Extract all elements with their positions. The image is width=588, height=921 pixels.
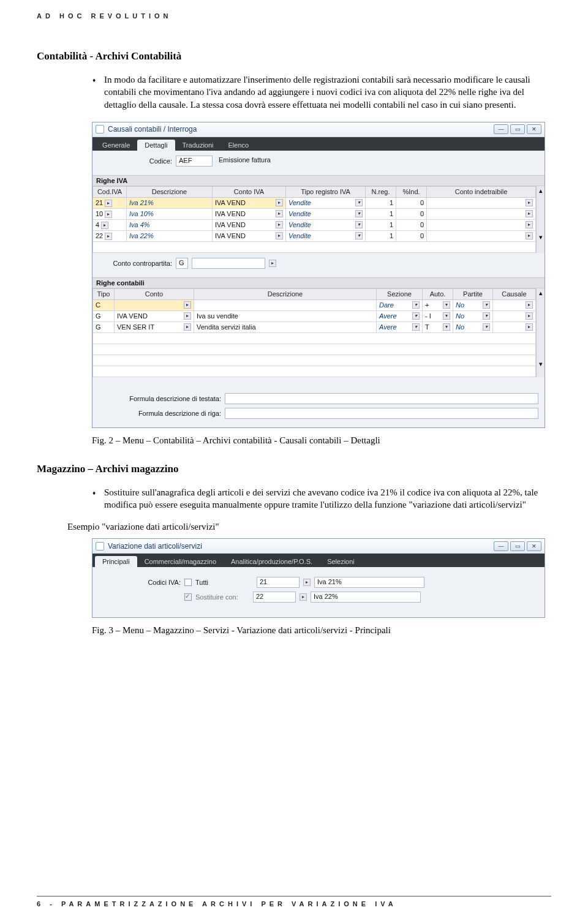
page-footer: 6 - PARAMETRIZZAZIONE ARCHIVI PER VARIAZ… (37, 896, 551, 908)
label-contropartita: Conto contropartita: (99, 260, 172, 267)
col-codiva[interactable]: Cod.IVA (93, 186, 127, 197)
input-codice[interactable]: AEF (176, 156, 213, 167)
tab-elenco[interactable]: Elenco (221, 140, 257, 151)
bullet-contabilita: ⬧ In modo da facilitare e automatizzare … (92, 73, 545, 111)
tab-commerciali[interactable]: Commerciali/magazzino (137, 556, 224, 567)
tab-analitica[interactable]: Analitica/produzione/P.O.S. (224, 556, 320, 567)
bullet-text-magazzino: Sostituire sull'anagrafica degli articol… (104, 486, 545, 511)
input-formula-riga[interactable] (225, 408, 538, 419)
col-tipo[interactable]: Tipo (93, 288, 115, 299)
scrollbar-iva[interactable]: ▴ ▾ (536, 186, 545, 253)
col-cdescrizione[interactable]: Descrizione (194, 288, 377, 299)
iva-row[interactable]: 21 ▸Iva 21%IVA VEND ▸Vendite ▾10 ▸ (93, 197, 536, 208)
label-tutti: Tutti (195, 579, 225, 586)
window-title-variazione: Variazione dati articoli/servizi (108, 542, 202, 551)
col-descrizione[interactable]: Descrizione (127, 186, 213, 197)
close-button[interactable]: ✕ (527, 124, 541, 134)
col-contoind[interactable]: Conto indetraibile (427, 186, 536, 197)
window-title: Causali contabili / Interroga (108, 125, 197, 133)
lookup-codice-iva-to-icon[interactable]: ▸ (300, 593, 307, 601)
input-contropartita-tipo[interactable]: G (176, 258, 188, 269)
col-contoiva[interactable]: Conto IVA (213, 186, 286, 197)
section-title-contabilita: Contabilità - Archivi Contabilità (37, 50, 551, 62)
col-conto[interactable]: Conto (115, 288, 194, 299)
label-sostituire: Sostituire con: (195, 593, 249, 601)
page-header: AD HOC REVOLUTION (37, 12, 551, 20)
titlebar: Causali contabili / Interroga — ▭ ✕ (92, 122, 545, 137)
bullet-diamond-icon: ⬧ (92, 73, 104, 111)
col-partite[interactable]: Partite (453, 288, 493, 299)
lookup-contropartita-icon[interactable]: ▸ (269, 260, 276, 267)
col-nreg[interactable]: N.reg. (366, 186, 396, 197)
tab-strip: Generale Dettagli Traduzioni Elenco (92, 137, 545, 151)
tab-strip-variazione: Principali Commerciali/magazzino Analiti… (92, 554, 545, 567)
figure-caption-2: Fig. 2 – Menu – Contabilità – Archivi co… (92, 435, 551, 446)
minimize-button[interactable]: — (494, 124, 508, 134)
input-codice-iva-to-desc: Iva 22% (311, 592, 421, 603)
cont-row[interactable]: GVEN SER IT ▸Vendita servizi italiaAvere… (93, 321, 536, 333)
tab-selezioni[interactable]: Selezioni (320, 556, 362, 567)
input-codice-iva-to[interactable]: 22 (253, 592, 296, 603)
bullet-text-contabilita: In modo da facilitare e automatizzare l'… (104, 73, 545, 111)
scrollbar-contabili[interactable]: ▴ ▾ (536, 288, 545, 377)
dialog-causali-contabili: Causali contabili / Interroga — ▭ ✕ Gene… (92, 122, 545, 428)
titlebar-variazione: Variazione dati articoli/servizi — ▭ ✕ (92, 539, 545, 554)
col-sezione[interactable]: Sezione (377, 288, 423, 299)
tab-dettagli[interactable]: Dettagli (137, 140, 175, 151)
label-codice: Codice: (141, 157, 172, 165)
figure-caption-3: Fig. 3 – Menu – Magazzino – Servizi - Va… (92, 625, 551, 636)
cont-row[interactable]: C ▸Dare ▾+ ▾No ▾ ▸ (93, 299, 536, 310)
bullet-magazzino: ⬧ Sostituire sull'anagrafica degli artic… (92, 486, 545, 511)
tab-traduzioni[interactable]: Traduzioni (175, 140, 221, 151)
cont-row[interactable]: GIVA VEND ▸Iva su venditeAvere ▾- I ▾No … (93, 310, 536, 321)
iva-row[interactable]: 22 ▸Iva 22%IVA VEND ▸Vendite ▾10 ▸ (93, 230, 536, 241)
section-title-magazzino: Magazzino – Archivi magazzino (37, 463, 551, 475)
lookup-codice-iva-from-icon[interactable]: ▸ (303, 579, 311, 586)
iva-row[interactable]: 4 ▸Iva 4%IVA VEND ▸Vendite ▾10 ▸ (93, 219, 536, 230)
bullet-diamond-icon: ⬧ (92, 486, 104, 511)
maximize-button[interactable]: ▭ (510, 541, 525, 551)
table-righe-contabili: Tipo Conto Descrizione Sezione Auto. Par… (92, 288, 536, 377)
example-label: Esempio "variazione dati articoli/serviz… (67, 522, 551, 532)
app-icon (96, 125, 104, 133)
col-auto[interactable]: Auto. (423, 288, 453, 299)
label-formula-riga: Formula descrizione di riga: (99, 410, 221, 417)
dialog-variazione-dati: Variazione dati articoli/servizi — ▭ ✕ P… (92, 538, 545, 618)
close-button[interactable]: ✕ (527, 541, 541, 551)
checkbox-tutti[interactable] (184, 579, 192, 586)
checkbox-sostituire (184, 593, 192, 601)
input-formula-testata[interactable] (225, 393, 538, 404)
app-icon (96, 542, 104, 551)
input-codice-iva-from[interactable]: 21 (257, 577, 300, 588)
tab-principali[interactable]: Principali (95, 556, 137, 567)
col-causale[interactable]: Causale (493, 288, 536, 299)
table-righe-iva: Cod.IVA Descrizione Conto IVA Tipo regis… (92, 186, 536, 253)
input-contropartita-conto[interactable] (192, 258, 265, 269)
minimize-button[interactable]: — (494, 541, 508, 551)
maximize-button[interactable]: ▭ (510, 124, 525, 134)
label-codici-iva: Codici IVA: (101, 579, 181, 586)
label-formula-testata: Formula descrizione di testata: (99, 395, 221, 402)
section-header-righe-iva: Righe IVA (92, 175, 545, 186)
iva-row[interactable]: 10 ▸Iva 10%IVA VEND ▸Vendite ▾10 ▸ (93, 208, 536, 219)
input-codice-iva-from-desc: Iva 21% (314, 577, 424, 588)
col-pctind[interactable]: %Ind. (396, 186, 427, 197)
col-tiporegistro[interactable]: Tipo registro IVA (286, 186, 366, 197)
codice-description: Emissione fattura (216, 156, 351, 167)
section-header-righe-contabili: Righe contabili (92, 277, 545, 288)
tab-generale[interactable]: Generale (95, 140, 137, 151)
